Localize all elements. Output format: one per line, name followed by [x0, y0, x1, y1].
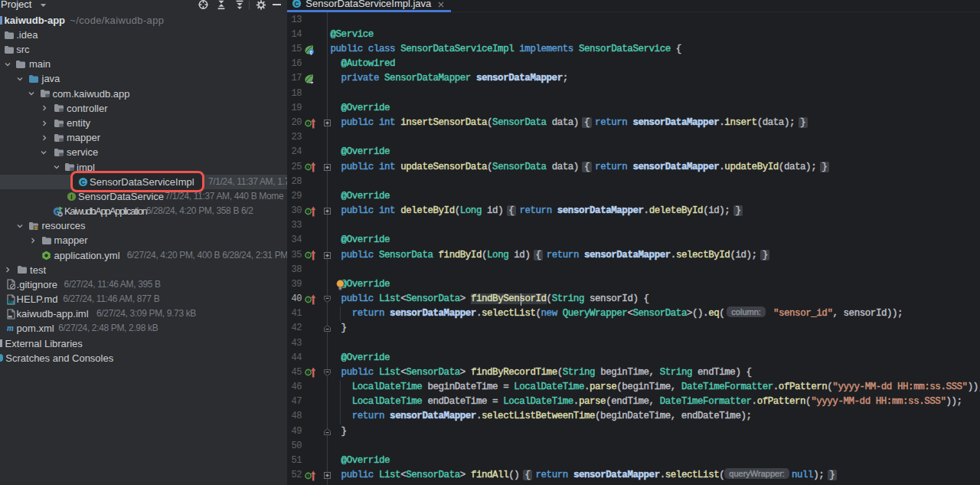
- svg-text:C: C: [294, 0, 299, 8]
- svg-text:MD: MD: [8, 300, 14, 304]
- svg-text:C: C: [81, 178, 86, 185]
- svg-text:m: m: [7, 324, 14, 333]
- svg-text:e: e: [309, 49, 312, 54]
- svg-text:I: I: [70, 193, 72, 201]
